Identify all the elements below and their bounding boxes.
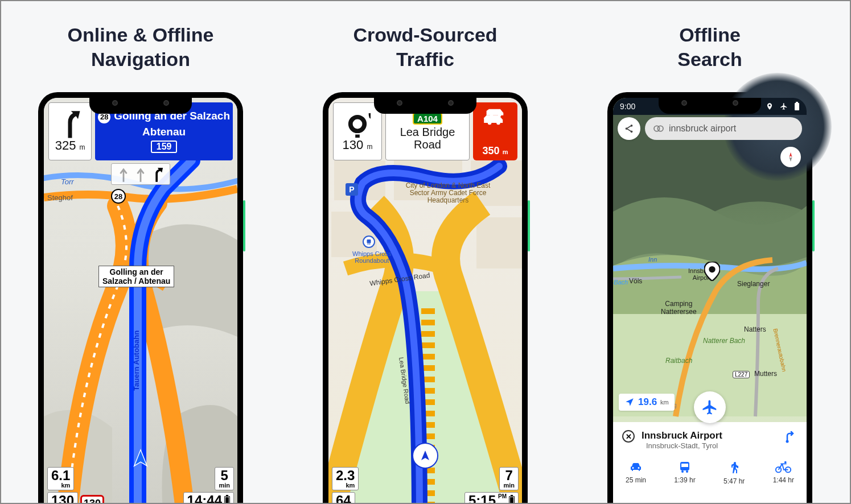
eta-minutes: 5 min xyxy=(215,467,234,490)
svg-point-25 xyxy=(681,470,684,473)
walk-icon xyxy=(727,460,741,475)
battery-icon xyxy=(794,102,800,111)
car-icon xyxy=(628,460,644,474)
svg-point-11 xyxy=(496,121,500,125)
river-label: Inn xyxy=(648,256,657,263)
town-label: Natters xyxy=(744,325,766,333)
town-label: Sieglanger xyxy=(737,280,770,288)
turn-arrow-icon xyxy=(58,110,82,138)
poi-label: Steghof xyxy=(47,193,73,202)
svg-rect-6 xyxy=(367,239,371,243)
roundabout-label: Whipps CrossRoundabout xyxy=(352,250,391,264)
parking-icon: P xyxy=(346,183,358,196)
svg-rect-24 xyxy=(681,464,688,467)
town-label: Mutters xyxy=(754,370,777,378)
svg-point-30 xyxy=(784,461,787,464)
bike-icon xyxy=(775,460,792,474)
status-clock: 9:00 xyxy=(620,102,635,111)
bus-icon xyxy=(677,460,693,474)
lane-straight-icon xyxy=(117,166,130,183)
airplane-icon xyxy=(701,399,718,416)
trip-stats-bar: 2.3 km 64km/h 7 min 5:15PM xyxy=(332,467,519,504)
compass-icon xyxy=(785,151,796,163)
current-position-icon xyxy=(412,443,438,469)
lane-right-icon xyxy=(151,166,164,183)
stream-label: Natterer Bach xyxy=(703,337,745,345)
svg-point-26 xyxy=(686,470,688,473)
poi-label: Torr xyxy=(61,177,74,186)
panel-title: Crowd-SourcedTraffic xyxy=(291,23,559,71)
traffic-alert[interactable]: 350 m xyxy=(473,102,517,160)
mode-bike[interactable]: 1:44 hr xyxy=(773,460,794,485)
phone-screen: City of London & North EastSector Army C… xyxy=(328,98,522,504)
svg-point-14 xyxy=(709,266,715,272)
turn-indicator: 325 m xyxy=(48,102,92,160)
share-icon xyxy=(624,123,634,134)
distance-chip[interactable]: 19.6km xyxy=(619,394,675,411)
svg-point-9 xyxy=(351,117,365,131)
svg-point-10 xyxy=(488,121,492,125)
roundabout-icon xyxy=(344,110,371,138)
panel-navigation: Online & OfflineNavigation xyxy=(7,1,274,71)
traffic-jam-icon xyxy=(483,106,508,127)
current-speed: 130km/h xyxy=(47,492,78,504)
current-position-icon xyxy=(131,448,150,468)
svg-rect-15 xyxy=(795,103,799,110)
panel-traffic: Crowd-SourcedTraffic xyxy=(291,1,559,71)
route-shield: 28 xyxy=(111,189,126,204)
mode-walk[interactable]: 5:47 hr xyxy=(723,460,745,485)
route-shield: L227 xyxy=(733,371,750,378)
search-input[interactable]: innsbruck airport xyxy=(645,117,802,140)
highway-name: Tauern Autobahn xyxy=(132,331,141,391)
speed-limit-sign: 130 xyxy=(80,495,104,505)
svg-point-8 xyxy=(369,243,371,245)
close-result-button[interactable]: ✕ xyxy=(622,430,635,443)
result-title: Innsbruck Airport xyxy=(642,430,722,441)
svg-point-13 xyxy=(498,114,501,117)
app-store-screenshot-frame: Online & OfflineNavigation xyxy=(0,0,851,504)
location-icon xyxy=(766,102,774,110)
panel-search: OfflineSearch xyxy=(576,1,844,71)
start-route-button[interactable] xyxy=(784,430,797,446)
mode-transit[interactable]: 1:39 hr xyxy=(674,460,695,485)
eta-clock: 5:15PM xyxy=(464,492,519,504)
poi-label: CampingNatterersee xyxy=(661,300,697,316)
turn-indicator: 130 m xyxy=(333,102,382,160)
remaining-distance: 2.3 km xyxy=(332,467,359,490)
svg-rect-16 xyxy=(796,102,798,103)
remaining-distance: 6.1 km xyxy=(47,467,74,490)
search-bar-row: innsbruck airport xyxy=(618,117,802,140)
mode-car[interactable]: 25 min xyxy=(626,460,646,485)
phone-mockup: Torr Steghof 28 Golling an derSalzach / … xyxy=(38,92,243,504)
exit-label: Golling an derSalzach / Abtenau xyxy=(98,266,174,287)
current-speed: 64km/h xyxy=(332,492,355,504)
search-query-text: innsbruck airport xyxy=(669,123,736,134)
road-number-badge: A104 xyxy=(413,113,442,125)
eta-minutes: 7 min xyxy=(499,467,519,490)
phone-mockup: Inn r-Bach Völs Sieglanger Natters Natte… xyxy=(607,92,812,504)
destination-pin[interactable] xyxy=(704,262,720,283)
phone-screen: Torr Steghof 28 Golling an derSalzach / … xyxy=(44,98,237,504)
trip-stats-bar: 6.1 km 130km/h 130 5 min 14:44 xyxy=(47,467,234,504)
search-category-icon xyxy=(653,124,664,133)
nav-arrow-icon xyxy=(624,397,635,407)
town-label: Völs xyxy=(629,277,642,285)
svg-point-12 xyxy=(490,114,494,117)
stream-label: r-Bach xyxy=(613,279,628,286)
search-result-sheet: ✕ Innsbruck Airport Innsbruck-Stadt, Tyr… xyxy=(613,422,807,504)
lane-guidance xyxy=(111,163,170,185)
battery-icon xyxy=(224,496,230,504)
lane-straight-icon xyxy=(134,166,147,183)
category-fab[interactable] xyxy=(694,391,726,423)
airplane-mode-icon xyxy=(779,102,788,110)
svg-point-22 xyxy=(786,440,789,443)
panel-title: Online & OfflineNavigation xyxy=(7,23,274,71)
compass-button[interactable] xyxy=(780,147,801,167)
transport-modes: 25 min 1:39 hr 5:47 hr 1:44 hr xyxy=(622,460,797,485)
eta-clock: 14:44 xyxy=(183,492,234,504)
battery-icon xyxy=(509,496,515,504)
svg-point-7 xyxy=(368,243,369,245)
phone-mockup: City of London & North EastSector Army C… xyxy=(323,92,528,504)
share-button[interactable] xyxy=(618,117,640,140)
svg-point-21 xyxy=(657,126,663,131)
